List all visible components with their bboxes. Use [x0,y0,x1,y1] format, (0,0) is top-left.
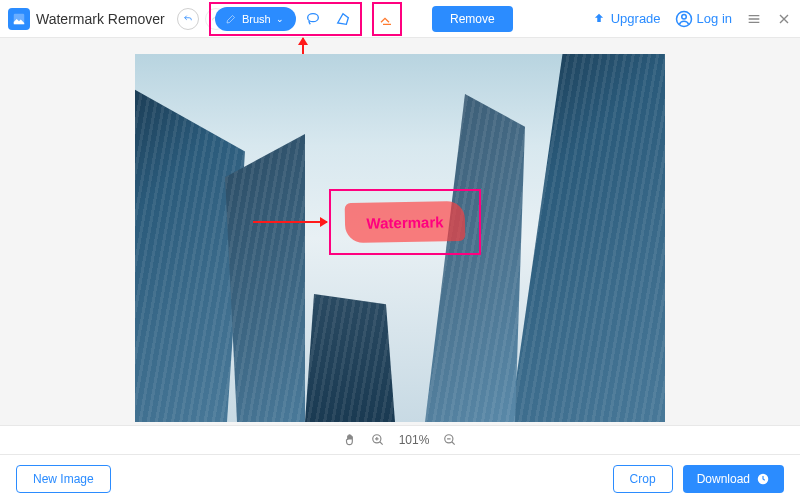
eraser-tool-button[interactable] [374,7,400,31]
lasso-tool-button[interactable] [300,7,326,31]
menu-button[interactable] [746,11,762,27]
login-button[interactable]: Log in [675,10,732,28]
remove-button[interactable]: Remove [432,6,513,32]
bottom-bar: New Image Crop Download [0,455,800,503]
canvas-image[interactable]: Watermark [135,54,665,422]
polygon-icon [335,11,351,27]
user-icon [675,10,693,28]
new-image-button[interactable]: New Image [16,465,111,493]
zoom-in-button[interactable] [371,433,385,447]
upgrade-button[interactable]: Upgrade [591,11,661,26]
zoom-bar: 101% [0,425,800,455]
lasso-icon [305,11,321,27]
header-right: Upgrade Log in [591,10,792,28]
brush-label: Brush [242,13,271,25]
building-image [510,54,665,422]
watermark-selection-annotation: Watermark [329,189,481,255]
tool-group-annotation: Brush ⌄ [209,2,362,36]
download-label: Download [697,472,750,486]
chevron-down-icon: ⌄ [276,14,284,24]
zoom-out-button[interactable] [443,433,457,447]
building-image [225,134,305,422]
svg-point-1 [307,14,318,22]
brush-tool-button[interactable]: Brush ⌄ [215,7,296,31]
undo-button[interactable] [177,8,199,30]
upload-icon [591,12,607,26]
zoom-level: 101% [399,433,430,447]
building-image [305,294,395,422]
upgrade-label: Upgrade [611,11,661,26]
watermark-paint-area: Watermark [345,201,466,243]
app-logo [8,8,30,30]
annotation-arrow-right [253,221,327,223]
eraser-icon [379,11,395,27]
clock-icon [756,472,770,486]
app-title: Watermark Remover [36,11,165,27]
polygon-tool-button[interactable] [330,7,356,31]
menu-icon [746,11,762,27]
header-bar: Watermark Remover Brush ⌄ Remove Upgrade [0,0,800,38]
close-button[interactable] [776,11,792,27]
building-image [425,94,525,422]
pan-hand-button[interactable] [343,433,357,447]
zoom-in-icon [371,433,385,447]
brush-icon [225,13,237,25]
watermark-text: Watermark [366,213,443,231]
building-image [135,84,245,422]
close-icon [776,11,792,27]
svg-point-3 [681,14,686,19]
bottom-right-buttons: Crop Download [613,465,784,493]
zoom-out-icon [443,433,457,447]
eraser-group-annotation [372,2,402,36]
hand-icon [343,433,357,447]
download-button[interactable]: Download [683,465,784,493]
crop-button[interactable]: Crop [613,465,673,493]
login-label: Log in [697,11,732,26]
